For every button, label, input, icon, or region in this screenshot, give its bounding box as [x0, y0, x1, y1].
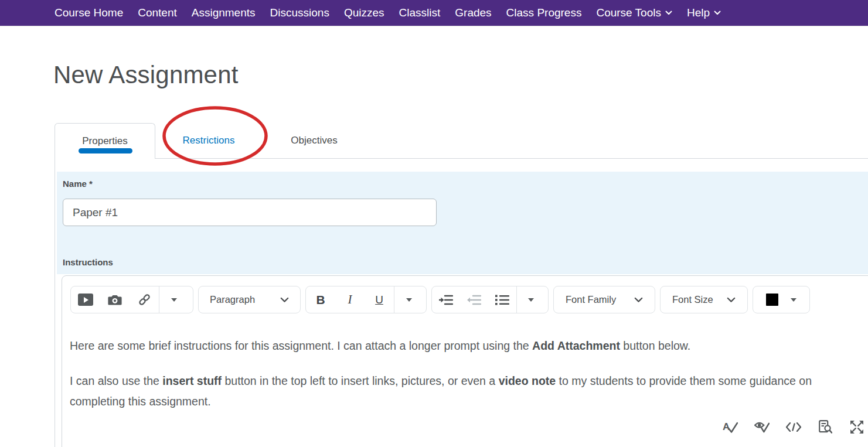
- instructions-paragraph-2: I can also use the insert stuff button i…: [70, 371, 858, 412]
- insert-quicklink-icon: [138, 293, 151, 306]
- instructions-paragraph-1: Here are some brief instructions for thi…: [70, 336, 858, 357]
- font-color-dropdown[interactable]: [753, 286, 810, 313]
- nav-discussions[interactable]: Discussions: [270, 6, 329, 19]
- font-family-dropdown[interactable]: Font Family: [553, 286, 655, 313]
- html-source-button[interactable]: [786, 419, 801, 435]
- nav-classlist[interactable]: Classlist: [399, 6, 441, 19]
- spellcheck-icon: A: [723, 420, 738, 434]
- dropdown-caret-icon: [406, 298, 412, 302]
- accessibility-check-icon: [754, 420, 770, 434]
- nav-quizzes[interactable]: Quizzes: [344, 6, 384, 19]
- nav-grades[interactable]: Grades: [455, 6, 491, 19]
- nav-label: Grades: [455, 6, 491, 19]
- nav-course-home[interactable]: Course Home: [55, 6, 123, 19]
- font-size-dropdown[interactable]: Font Size: [660, 286, 748, 313]
- insert-image-button[interactable]: [100, 286, 130, 313]
- text-run: button below.: [620, 339, 690, 352]
- dropdown-caret-icon: [171, 298, 177, 302]
- preview-button[interactable]: [818, 419, 833, 435]
- insert-quicklink-button[interactable]: [130, 286, 159, 313]
- nav-label: Class Progress: [506, 6, 582, 19]
- nav-help[interactable]: Help: [687, 6, 721, 19]
- bold-text-run: video note: [499, 374, 556, 387]
- page-title: New Assignment: [53, 61, 239, 89]
- nav-label: Quizzes: [344, 6, 384, 19]
- chevron-down-icon: [634, 297, 643, 303]
- tab-restrictions[interactable]: Restrictions: [172, 123, 246, 158]
- spellcheck-button[interactable]: A: [723, 419, 738, 435]
- accessibility-check-button[interactable]: [754, 419, 770, 435]
- paragraph-format-dropdown[interactable]: Paragraph: [198, 286, 301, 313]
- paragraph-format-label: Paragraph: [210, 294, 255, 305]
- name-input[interactable]: [63, 199, 437, 226]
- bullet-list-icon: [495, 295, 509, 305]
- text-run: button in the top left to insert links, …: [222, 374, 499, 387]
- active-tab-indicator: [79, 148, 132, 153]
- chevron-down-icon: [280, 297, 289, 303]
- insert-button-group: [70, 286, 193, 313]
- font-family-label: Font Family: [566, 294, 616, 305]
- instructions-field-label: Instructions: [63, 257, 113, 267]
- insert-stuff-button[interactable]: [71, 286, 100, 313]
- outdent-button[interactable]: [460, 286, 488, 313]
- insert-image-icon: [108, 294, 122, 306]
- editor-toolbar: Paragraph B I U: [70, 286, 810, 313]
- nav-label: Content: [138, 6, 177, 19]
- bullet-list-button[interactable]: [488, 286, 516, 313]
- nav-label: Discussions: [270, 6, 329, 19]
- tab-bar: Properties Restrictions Objectives: [55, 123, 868, 159]
- bold-button[interactable]: B: [306, 286, 335, 313]
- tab-objectives[interactable]: Objectives: [283, 123, 345, 158]
- name-field-label: Name *: [63, 179, 93, 189]
- indent-button[interactable]: [432, 286, 460, 313]
- tab-properties-label: Properties: [82, 135, 127, 147]
- new-assignment-page: Course Home Content Assignments Discussi…: [0, 0, 868, 447]
- underline-icon: U: [375, 294, 383, 306]
- nav-assignments[interactable]: Assignments: [192, 6, 256, 19]
- underline-button[interactable]: U: [365, 286, 394, 313]
- chevron-down-icon: [727, 297, 736, 303]
- list-indent-group: [431, 286, 549, 313]
- list-more-dropdown[interactable]: [517, 286, 545, 313]
- course-navbar: Course Home Content Assignments Discussi…: [0, 0, 868, 26]
- bold-text-run: Add Attachment: [532, 339, 620, 352]
- insert-more-dropdown[interactable]: [159, 286, 189, 313]
- fullscreen-button[interactable]: [849, 419, 864, 435]
- fullscreen-icon: [850, 420, 864, 434]
- assignment-form-panel: Name * Instructions: [57, 172, 868, 274]
- tab-panel-left-border: [55, 158, 55, 447]
- nav-label: Course Tools: [596, 6, 661, 19]
- text-run: I can also use the: [70, 374, 162, 387]
- font-size-label: Font Size: [672, 294, 713, 305]
- chevron-down-icon: [714, 11, 721, 15]
- bold-icon: B: [316, 293, 325, 307]
- outdent-icon: [467, 295, 481, 305]
- italic-icon: I: [348, 292, 352, 307]
- nav-label: Assignments: [192, 6, 256, 19]
- italic-button[interactable]: I: [335, 286, 365, 313]
- editor-content-area[interactable]: Here are some brief instructions for thi…: [70, 336, 858, 412]
- text-run: Here are some brief instructions for thi…: [70, 339, 532, 352]
- nav-content[interactable]: Content: [138, 6, 177, 19]
- insert-stuff-icon: [78, 294, 93, 306]
- html-source-icon: [786, 422, 801, 432]
- nav-class-progress[interactable]: Class Progress: [506, 6, 582, 19]
- font-color-swatch: [766, 294, 778, 306]
- bold-text-run: insert stuff: [162, 374, 222, 387]
- indent-icon: [439, 295, 453, 305]
- chevron-down-icon: [665, 11, 672, 15]
- tab-properties[interactable]: Properties: [55, 123, 155, 159]
- editor-footer-toolbar: A: [723, 419, 864, 435]
- nav-course-tools[interactable]: Course Tools: [596, 6, 672, 19]
- svg-text:A: A: [723, 421, 730, 432]
- tab-objectives-label: Objectives: [291, 135, 337, 146]
- nav-label: Classlist: [399, 6, 441, 19]
- text-format-group: B I U: [305, 286, 427, 313]
- nav-label: Course Home: [55, 6, 123, 19]
- dropdown-caret-icon: [791, 298, 796, 302]
- dropdown-caret-icon: [528, 298, 534, 302]
- format-more-dropdown[interactable]: [394, 286, 424, 313]
- nav-label: Help: [687, 6, 710, 19]
- tab-restrictions-label: Restrictions: [183, 135, 235, 146]
- preview-icon: [819, 420, 832, 434]
